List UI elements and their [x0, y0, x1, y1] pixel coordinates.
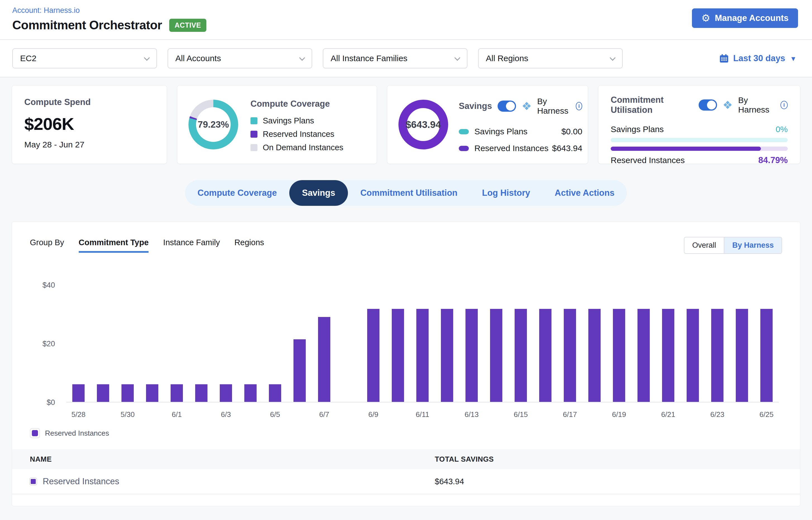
utilisation-by-harness-toggle[interactable]: [699, 99, 717, 111]
bar-6-10[interactable]: [392, 309, 404, 402]
savings-row-label: Savings Plans: [474, 127, 561, 136]
bar-6-19[interactable]: [613, 309, 625, 402]
group-by-options: Commitment TypeInstance FamilyRegions: [79, 238, 264, 253]
bar-6-15[interactable]: [515, 309, 527, 402]
table-body: Reserved Instances$643.94: [12, 469, 800, 494]
bar-6-14[interactable]: [490, 309, 502, 402]
legend-label: On Demand Instances: [263, 143, 343, 152]
overall-byharness-toggle: OverallBy Harness: [684, 237, 782, 254]
bar-6-7[interactable]: [318, 317, 330, 402]
legend-checkbox[interactable]: [30, 428, 40, 438]
legend-swatch: [251, 117, 258, 124]
chevron-down-icon: [609, 55, 615, 60]
bar-6-12[interactable]: [441, 309, 453, 402]
group-by-instance-family[interactable]: Instance Family: [163, 238, 220, 253]
info-icon[interactable]: i: [576, 102, 582, 110]
account-breadcrumb-link[interactable]: Account: Harness.io: [12, 6, 798, 15]
tab-active-actions[interactable]: Active Actions: [543, 180, 627, 206]
tab-bar: Compute CoverageSavingsCommitment Utilis…: [185, 180, 627, 206]
view-toggle-overall[interactable]: Overall: [684, 237, 724, 253]
tab-savings[interactable]: Savings: [289, 180, 348, 206]
bar-5-29[interactable]: [97, 384, 109, 402]
bar-6-3[interactable]: [220, 384, 232, 402]
bar-fill: [611, 147, 761, 151]
y-axis-tick-label: $0: [31, 398, 55, 407]
info-icon[interactable]: i: [781, 101, 788, 109]
savings-donut: $643.94: [398, 100, 448, 149]
legend-swatch: [32, 430, 38, 436]
table-row[interactable]: Reserved Instances$643.94: [12, 469, 800, 494]
savings-breakdown-row: Savings Plans$0.00: [459, 127, 582, 136]
group-by-row: Group By Commitment TypeInstance FamilyR…: [12, 222, 800, 253]
savings-title: Savings: [459, 101, 492, 111]
bar-5-31[interactable]: [146, 384, 158, 402]
utilisation-row-reserved-instances: Reserved Instances84.79%: [611, 155, 788, 165]
bar-6-9[interactable]: [367, 309, 379, 402]
savings-card: $643.94 Savings ❖ By Harness i Savings P…: [387, 85, 588, 164]
row-swatch: [30, 478, 36, 485]
row-name: Reserved Instances: [43, 476, 119, 487]
page-title: Commitment Orchestrator: [12, 18, 162, 32]
bar-6-5[interactable]: [269, 384, 281, 402]
bar-6-11[interactable]: [416, 309, 428, 402]
utilisation-label: Reserved Instances: [611, 156, 685, 165]
tab-log-history[interactable]: Log History: [470, 180, 542, 206]
utilisation-value: 0%: [776, 125, 788, 134]
filter-select-value: All Regions: [486, 54, 528, 63]
manage-accounts-label: Manage Accounts: [715, 13, 789, 23]
filter-select-service[interactable]: EC2: [12, 48, 157, 69]
filter-select-regions[interactable]: All Regions: [478, 48, 623, 69]
bar-6-18[interactable]: [588, 309, 601, 402]
savings-total: $643.94: [406, 119, 441, 130]
manage-accounts-button[interactable]: ⚙ Manage Accounts: [692, 8, 798, 28]
filter-select-instance-families[interactable]: All Instance Families: [323, 48, 467, 69]
bar-5-30[interactable]: [122, 384, 134, 402]
toggle-knob: [506, 102, 515, 111]
filter-selects: EC2All AccountsAll Instance FamiliesAll …: [12, 48, 623, 69]
x-axis-tick-label: 5/30: [111, 410, 145, 419]
bar-6-17[interactable]: [564, 309, 576, 402]
x-axis-tick-label: 6/13: [455, 410, 488, 419]
x-axis-tick-label: 6/23: [701, 410, 734, 419]
utilisation-value: 84.79%: [758, 155, 788, 165]
tab-compute-coverage[interactable]: Compute Coverage: [185, 180, 289, 206]
bar-6-20[interactable]: [637, 309, 650, 402]
bar-6-6[interactable]: [293, 339, 306, 402]
bar-6-16[interactable]: [539, 309, 551, 402]
bar-6-4[interactable]: [244, 384, 257, 402]
bar-6-2[interactable]: [195, 384, 207, 402]
x-axis-tick-label: 6/5: [258, 410, 292, 419]
table-cell-total-savings: $643.94: [435, 477, 800, 486]
group-by-commitment-type[interactable]: Commitment Type: [79, 238, 149, 253]
toggle-knob: [707, 101, 716, 109]
bar-6-25[interactable]: [760, 309, 772, 402]
tab-commitment-utilisation[interactable]: Commitment Utilisation: [348, 180, 470, 206]
table-header: NAME TOTAL SAVINGS: [12, 449, 800, 469]
view-toggle-by-harness[interactable]: By Harness: [724, 237, 782, 253]
date-range-picker[interactable]: Last 30 days ▾: [719, 53, 795, 63]
bar-6-13[interactable]: [466, 309, 478, 402]
group-by-regions[interactable]: Regions: [234, 238, 264, 253]
x-axis-tick-label: 6/11: [406, 410, 439, 419]
chevron-down-icon: [454, 55, 460, 60]
section-tabs: Compute CoverageSavingsCommitment Utilis…: [0, 180, 812, 206]
header: Account: Harness.io Commitment Orchestra…: [0, 0, 812, 40]
x-axis-tick-label: 6/21: [651, 410, 685, 419]
bar-6-1[interactable]: [171, 384, 183, 402]
x-axis-tick-label: 6/1: [160, 410, 193, 419]
bar-6-23[interactable]: [711, 309, 724, 402]
savings-row-label: Reserved Instances: [474, 144, 552, 153]
summary-cards: Compute Spend $206K May 28 - Jun 27 79.2…: [0, 77, 812, 164]
savings-by-harness-toggle[interactable]: [498, 101, 516, 112]
bar-6-22[interactable]: [687, 309, 699, 402]
chart-legend: Reserved Instances: [30, 428, 109, 438]
filter-select-accounts[interactable]: All Accounts: [167, 48, 312, 69]
bar-6-21[interactable]: [662, 309, 674, 402]
bar-6-24[interactable]: [736, 309, 748, 402]
y-axis-tick-label: $40: [31, 281, 55, 290]
bar-5-28[interactable]: [72, 384, 85, 402]
compute-coverage-percentage: 79.23%: [198, 119, 229, 130]
chevron-down-icon: [299, 55, 305, 60]
legend-label: Reserved Instances: [45, 429, 109, 438]
compute-spend-card: Compute Spend $206K May 28 - Jun 27: [12, 85, 167, 164]
